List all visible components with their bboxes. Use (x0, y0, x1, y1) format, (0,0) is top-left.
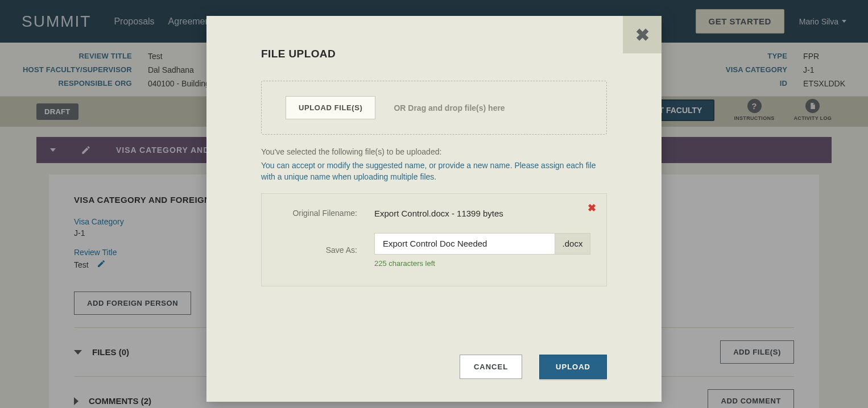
remove-file-icon[interactable]: ✖ (588, 202, 596, 214)
cancel-button[interactable]: CANCEL (460, 355, 522, 379)
file-upload-modal: ✖ FILE UPLOAD UPLOAD FILE(S) OR Drag and… (206, 16, 662, 402)
save-as-input[interactable] (374, 233, 555, 255)
upload-files-button[interactable]: UPLOAD FILE(S) (286, 96, 375, 119)
characters-left: 225 characters left (374, 259, 590, 268)
upload-helper-naming: You can accept or modify the suggested n… (261, 160, 607, 183)
drop-zone[interactable]: UPLOAD FILE(S) OR Drag and drop file(s) … (261, 81, 607, 135)
file-extension: .docx (555, 233, 590, 255)
upload-button[interactable]: UPLOAD (539, 355, 607, 379)
close-icon[interactable]: ✖ (623, 16, 662, 53)
upload-helper-selected: You've selected the following file(s) to… (261, 147, 607, 156)
save-as-label: Save As: (278, 245, 357, 255)
selected-file-box: ✖ Original Filename: Export Control.docx… (261, 193, 607, 286)
drop-hint: OR Drag and drop file(s) here (394, 103, 505, 113)
original-filename-label: Original Filename: (278, 209, 357, 218)
modal-title: FILE UPLOAD (261, 48, 607, 60)
original-filename-value: Export Control.docx - 11399 bytes (374, 209, 590, 218)
